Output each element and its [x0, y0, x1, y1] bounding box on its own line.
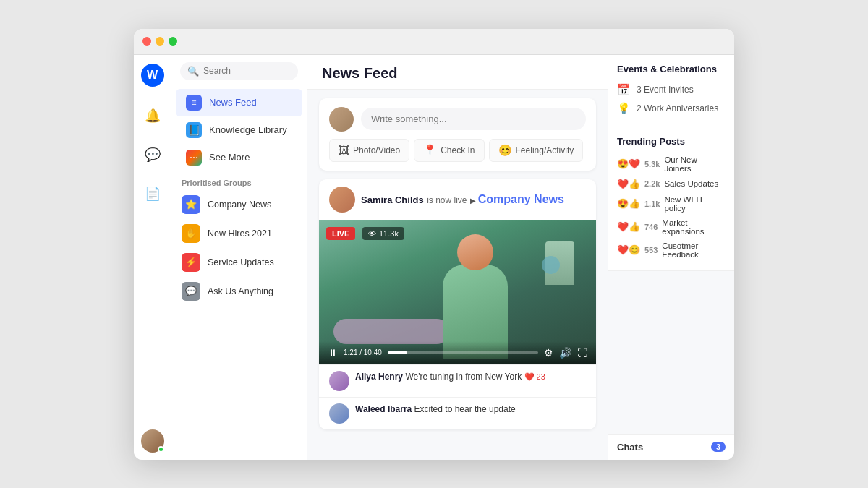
trending-title: Trending Posts — [617, 136, 726, 147]
events-section: Events & Celebrations 📅 3 Event Invites … — [608, 55, 734, 127]
settings-button[interactable]: ⚙ — [544, 347, 553, 359]
main-header: News Feed — [307, 55, 608, 90]
event-invites-item[interactable]: 📅 3 Event Invites — [617, 80, 726, 99]
post-input[interactable] — [361, 108, 586, 130]
comment-body: Excited to hear the update — [414, 404, 516, 414]
group-label: New Hires 2021 — [208, 228, 272, 239]
sidebar-item-see-more[interactable]: ⋯ See More — [176, 144, 302, 171]
trending-item-2[interactable]: 😍👍 1.1k New WFH policy — [617, 192, 726, 215]
trending-item-4[interactable]: ❤️😊 553 Cusotmer Feedback — [617, 239, 726, 262]
feed-area[interactable]: 🖼 Photo/Video 📍 Check In 😊 Feeling/Activ… — [307, 90, 608, 460]
minimize-button[interactable] — [156, 37, 164, 46]
service-updates-icon: ⚡ — [182, 253, 200, 272]
photo-video-button[interactable]: 🖼 Photo/Video — [329, 139, 409, 162]
search-icon: 🔍 — [187, 66, 199, 77]
live-arrow-icon: ▶ — [470, 197, 478, 205]
trending-label-0: Our New Joiners — [664, 155, 726, 173]
live-post-avatar — [329, 187, 355, 213]
trending-item-1[interactable]: ❤️👍 2.2k Sales Updates — [617, 176, 726, 192]
progress-fill — [388, 351, 407, 354]
volume-button[interactable]: 🔊 — [559, 347, 571, 359]
commenter-name: Waleed Ibarra — [355, 404, 412, 414]
events-title: Events & Celebrations — [617, 64, 726, 74]
photo-icon: 🖼 — [339, 144, 349, 156]
commenter-name: Aliya Henry — [355, 372, 403, 382]
comment-item: Aliya Henry We're tuning in from New Yor… — [319, 364, 596, 397]
group-item-company-news[interactable]: ⭐ Company News — [171, 190, 307, 219]
viewers-badge: 👁 11.3k — [362, 227, 404, 240]
group-label: Ask Us Anything — [208, 286, 273, 296]
group-item-new-hires[interactable]: ✋ New Hires 2021 — [171, 219, 307, 248]
groups-section-title: Prioritised Groups — [171, 171, 307, 190]
video-progress-bar[interactable] — [388, 351, 538, 354]
anniversary-icon: 💡 — [617, 102, 631, 115]
feeling-button[interactable]: 😊 Feeling/Activity — [489, 139, 584, 162]
sidebar-item-news-feed[interactable]: ≡ News Feed — [176, 89, 302, 116]
live-post: Samira Childs is now live ▶ Company News — [319, 179, 596, 429]
trending-section: Trending Posts 😍❤️ 5.3k Our New Joiners … — [608, 127, 734, 271]
chats-label: Chats — [617, 442, 643, 453]
group-label: Company News — [208, 200, 271, 210]
group-label: Service Updates — [208, 257, 274, 267]
group-item-ask-us[interactable]: 💬 Ask Us Anything — [171, 277, 307, 306]
post-actions: 🖼 Photo/Video 📍 Check In 😊 Feeling/Activ… — [329, 139, 586, 162]
company-news-icon: ⭐ — [182, 195, 200, 214]
comment-avatar-waleed — [329, 403, 349, 424]
reactions-1: ❤️👍 — [617, 179, 640, 189]
comment-text-waleed: Waleed Ibarra Excited to hear the update — [355, 403, 516, 416]
app-layout: W 🔔 💬 📄 🔍 ≡ News Feed 📘 Knowledge Librar… — [134, 55, 734, 460]
notifications-icon[interactable]: 🔔 — [140, 103, 166, 129]
see-more-icon: ⋯ — [186, 150, 202, 166]
search-input[interactable] — [203, 66, 291, 76]
live-status: is now live — [427, 195, 467, 205]
post-avatar — [329, 107, 354, 132]
knowledge-library-icon: 📘 — [186, 122, 202, 138]
eye-icon: 👁 — [368, 229, 376, 238]
comment-text-aliya: Aliya Henry We're tuning in from New Yor… — [355, 371, 545, 383]
sidebar-nav-label: Knowledge Library — [209, 124, 287, 135]
sidebar: 🔍 ≡ News Feed 📘 Knowledge Library ⋯ See … — [171, 55, 307, 460]
sidebar-nav-label: See More — [209, 152, 250, 163]
video-time: 1:21 / 10:40 — [344, 348, 382, 356]
location-icon: 📍 — [423, 144, 437, 157]
live-post-header: Samira Childs is now live ▶ Company News — [319, 179, 596, 220]
reactions-0: 😍❤️ — [617, 158, 640, 169]
fullscreen-button[interactable]: ⛶ — [577, 347, 587, 359]
main-content: News Feed 🖼 Photo/Video 📍 — [307, 55, 608, 460]
live-group-name: Company News — [478, 193, 564, 205]
trending-item-3[interactable]: ❤️👍 746 Market expansions — [617, 215, 726, 239]
search-box[interactable]: 🔍 — [180, 62, 298, 80]
emoji-icon: 😊 — [498, 144, 512, 157]
trending-count-1: 2.2k — [644, 179, 660, 188]
post-box: 🖼 Photo/Video 📍 Check In 😊 Feeling/Activ… — [319, 98, 596, 171]
user-avatar-bar[interactable] — [141, 429, 164, 453]
close-button[interactable] — [142, 37, 151, 46]
group-item-service-updates[interactable]: ⚡ Service Updates — [171, 248, 307, 277]
photo-video-label: Photo/Video — [353, 145, 400, 155]
chats-section[interactable]: Chats 3 — [608, 434, 734, 460]
comment-item-waleed: Waleed Ibarra Excited to hear the update — [319, 397, 596, 429]
work-anniversaries-label: 2 Work Anniversaries — [637, 103, 718, 114]
video-controls: ⏸ 1:21 / 10:40 ⚙ 🔊 ⛶ — [319, 341, 596, 364]
maximize-button[interactable] — [169, 37, 177, 46]
feeling-label: Feeling/Activity — [516, 145, 574, 155]
check-in-button[interactable]: 📍 Check In — [414, 139, 484, 162]
trending-label-3: Market expansions — [662, 218, 726, 236]
play-pause-button[interactable]: ⏸ — [328, 347, 338, 359]
ask-us-icon: 💬 — [182, 282, 200, 301]
comment-body: We're tuning in from New York — [405, 372, 522, 382]
sidebar-item-knowledge-library[interactable]: 📘 Knowledge Library — [176, 116, 302, 144]
trending-item-0[interactable]: 😍❤️ 5.3k Our New Joiners — [617, 153, 726, 176]
pages-icon[interactable]: 📄 — [140, 181, 166, 207]
chats-count-badge: 3 — [711, 442, 726, 452]
app-logo[interactable]: W — [141, 64, 164, 87]
messages-icon[interactable]: 💬 — [140, 142, 166, 168]
post-input-row — [329, 107, 586, 132]
event-invites-label: 3 Event Invites — [637, 85, 694, 95]
trending-count-4: 553 — [644, 246, 658, 254]
video-player[interactable]: LIVE 👁 11.3k ⏸ 1:21 / 10:40 — [319, 220, 596, 364]
comment-avatar-aliya — [329, 371, 349, 391]
person-head — [457, 234, 493, 270]
work-anniversaries-item[interactable]: 💡 2 Work Anniversaries — [617, 99, 726, 118]
live-author-name: Samira Childs — [361, 194, 424, 205]
